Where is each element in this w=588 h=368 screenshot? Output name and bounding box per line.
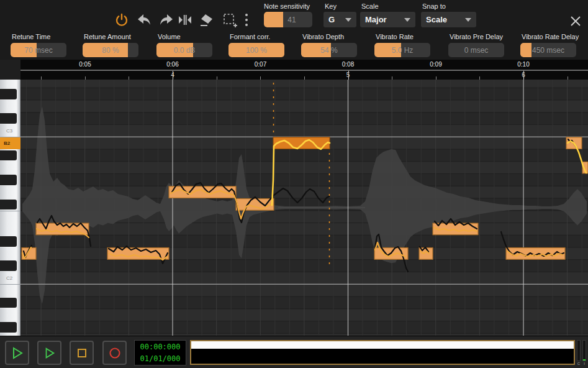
level-meter-c bbox=[577, 340, 581, 361]
time-tick-label: 0:05 bbox=[79, 61, 91, 68]
white-key-separator bbox=[0, 284, 20, 285]
piano-key-highlighted[interactable]: B2 bbox=[0, 137, 20, 149]
note-selected[interactable] bbox=[273, 137, 330, 149]
kebab-menu-icon bbox=[245, 13, 248, 27]
ruler-separator bbox=[20, 70, 588, 71]
param-slider-vibrato-rate-delay[interactable]: 450 msec bbox=[520, 43, 576, 57]
key-value: G bbox=[328, 15, 340, 24]
close-button[interactable] bbox=[566, 12, 585, 30]
param-slider-retune-time[interactable]: 70 msec bbox=[11, 43, 66, 57]
chevron-down-icon bbox=[465, 18, 471, 22]
key-label: Key bbox=[325, 2, 337, 10]
piano-key-label: C2 bbox=[6, 275, 12, 281]
time-tick-label: 0:08 bbox=[342, 61, 354, 68]
scale-label: Scale bbox=[361, 2, 379, 10]
redo-button[interactable] bbox=[157, 11, 176, 29]
timeline-ruler[interactable]: 0:050:060:070:080:090:10456 bbox=[20, 60, 588, 80]
scale-dropdown[interactable]: Major bbox=[360, 12, 415, 27]
param-label: Vibrato Rate bbox=[376, 33, 414, 40]
time-tick-label: 0:10 bbox=[517, 61, 529, 68]
bar-tick bbox=[523, 71, 524, 80]
white-key-separator bbox=[0, 211, 20, 211]
piano-key-black[interactable] bbox=[0, 322, 17, 333]
param-slider-vibrato-rate[interactable]: 5.0 Hz bbox=[374, 43, 430, 57]
chevron-down-icon bbox=[404, 18, 410, 22]
time-bars: 01/01/000 bbox=[135, 353, 186, 365]
key-dropdown[interactable]: G bbox=[323, 12, 356, 27]
eraser-button[interactable] bbox=[197, 11, 216, 29]
piano-key-black[interactable] bbox=[0, 150, 17, 161]
overview-waveform-strip[interactable] bbox=[190, 340, 575, 365]
param-slider-vibrato-depth[interactable]: 54 % bbox=[301, 43, 357, 57]
record-button[interactable] bbox=[102, 341, 127, 365]
piano-key-black[interactable] bbox=[0, 113, 17, 124]
piano-key-black[interactable] bbox=[0, 200, 17, 210]
note-sensitivity-value: 41 bbox=[264, 12, 312, 27]
meter-label-i: I bbox=[582, 362, 586, 366]
eraser-icon bbox=[199, 13, 214, 27]
more-options-button[interactable] bbox=[242, 11, 251, 29]
power-button[interactable] bbox=[112, 11, 131, 29]
param-slider-formant-corr-[interactable]: 100 % bbox=[228, 43, 284, 57]
note[interactable] bbox=[236, 199, 274, 211]
piano-key-black[interactable] bbox=[0, 298, 17, 308]
play-button[interactable] bbox=[5, 341, 29, 365]
time-main: 00:00:000 bbox=[135, 341, 186, 353]
piano-key-black[interactable] bbox=[0, 236, 17, 247]
play-from-start-button[interactable] bbox=[37, 341, 61, 365]
pitch-grid[interactable] bbox=[20, 80, 588, 336]
marquee-select-button[interactable] bbox=[220, 11, 239, 29]
white-key-separator bbox=[0, 137, 20, 137]
param-label: Vibrato Depth bbox=[302, 33, 344, 40]
ruler-corner bbox=[0, 60, 20, 80]
marquee-select-icon bbox=[222, 12, 237, 27]
snap-to-value: Scale bbox=[426, 15, 460, 24]
undo-button[interactable] bbox=[135, 11, 153, 29]
split-note-button[interactable] bbox=[176, 11, 194, 29]
piano-key-black[interactable] bbox=[0, 175, 17, 185]
param-label: Vibrato Pre Delay bbox=[450, 33, 503, 40]
param-slider-volume[interactable]: 0.0 dB bbox=[156, 43, 212, 57]
stop-icon bbox=[76, 347, 88, 359]
bar-tick bbox=[348, 71, 349, 80]
close-icon bbox=[569, 15, 582, 27]
piano-keyboard[interactable]: C3B2C2 bbox=[0, 80, 20, 336]
param-label: Retune Amount bbox=[84, 33, 131, 40]
bar-tick bbox=[173, 71, 173, 80]
chevron-down-icon bbox=[345, 18, 351, 22]
highlighted-key-label: B2 bbox=[0, 140, 10, 146]
meter-tick bbox=[583, 359, 586, 361]
meter-label-c: C bbox=[577, 362, 581, 366]
redo-icon bbox=[159, 13, 174, 27]
param-label: Volume bbox=[158, 33, 181, 40]
param-label: Formant corr. bbox=[230, 33, 270, 40]
piano-key-black[interactable] bbox=[0, 260, 17, 271]
play-icon bbox=[11, 346, 24, 360]
undo-icon bbox=[137, 13, 152, 27]
param-slider-retune-amount[interactable]: 80 % bbox=[83, 43, 138, 57]
time-tick-label: 0:06 bbox=[166, 61, 178, 68]
overview-waveform bbox=[191, 341, 574, 349]
toolbar: Note sensitivity 41 Key G Scale Major Sn… bbox=[0, 0, 588, 30]
param-label: Retune Time bbox=[12, 33, 50, 40]
param-value: 5.0 Hz bbox=[374, 43, 430, 57]
param-value: 54 % bbox=[301, 43, 357, 57]
stop-button[interactable] bbox=[70, 341, 94, 365]
power-icon bbox=[114, 12, 129, 27]
param-value: 80 % bbox=[83, 43, 138, 57]
param-value: 0 msec bbox=[448, 43, 504, 57]
param-value: 100 % bbox=[228, 43, 284, 57]
record-icon bbox=[108, 346, 122, 360]
parameter-row: Retune Time70 msecRetune Amount80 %Volum… bbox=[0, 30, 588, 60]
note-sensitivity-slider[interactable]: 41 bbox=[264, 12, 312, 27]
time-display: 00:00:000 01/01/000 bbox=[134, 340, 186, 366]
param-slider-vibrato-pre-delay[interactable]: 0 msec bbox=[448, 43, 504, 57]
snap-to-dropdown[interactable]: Scale bbox=[421, 12, 476, 27]
level-meter-i bbox=[582, 340, 586, 361]
snap-to-label: Snap to bbox=[422, 2, 446, 10]
param-value: 0.0 dB bbox=[156, 43, 212, 57]
pitch-editor-app: Note sensitivity 41 Key G Scale Major Sn… bbox=[0, 0, 588, 368]
piano-key-black[interactable] bbox=[0, 89, 17, 99]
note-sensitivity-label: Note sensitivity bbox=[264, 2, 310, 10]
time-tick-label: 0:07 bbox=[255, 61, 266, 68]
